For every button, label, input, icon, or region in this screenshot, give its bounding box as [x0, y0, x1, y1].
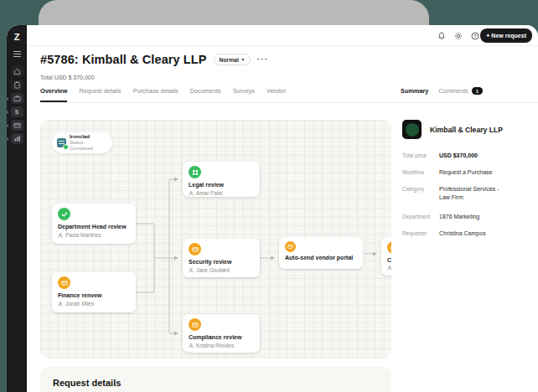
assignee-name: Jonah Miles — [65, 301, 94, 307]
summary-field-total-price: Total price USD $370,000 — [402, 152, 535, 160]
app-logo: Z — [14, 33, 20, 42]
sidebar-item-cards[interactable] — [11, 120, 23, 131]
tab-request-details[interactable]: Request details — [79, 87, 121, 101]
comments-count-badge: 1 — [472, 87, 483, 95]
assignee-name: Amar Patel — [196, 190, 223, 196]
workflow-node-legal-review[interactable]: Legal review Amar Patel — [183, 162, 260, 197]
workflow-node-clipped[interactable]: C — [381, 237, 391, 276]
pending-envelope-icon — [285, 241, 296, 252]
integration-status: Status: Completed — [70, 140, 107, 152]
tab-overview[interactable]: Overview — [40, 87, 67, 102]
collapse-arrow-icon — [7, 137, 8, 141]
svg-text:?: ? — [473, 34, 476, 39]
person-icon — [189, 191, 194, 196]
ironclad-logo-icon — [57, 138, 66, 147]
tab-surveys[interactable]: Surveys — [233, 87, 255, 101]
sidebar-item-requests[interactable] — [11, 80, 23, 90]
screen: Z $ — [0, 0, 538, 392]
chevron-down-icon — [241, 59, 245, 61]
notifications-bell-icon[interactable] — [437, 31, 446, 40]
total-amount-label: Total USD $ 370,000 — [40, 75, 95, 80]
sidebar-item-home[interactable] — [11, 66, 23, 77]
workflow-canvas[interactable]: Ironclad Status: Completed Legal review … — [40, 120, 391, 358]
person-icon — [189, 268, 194, 273]
settings-gear-icon[interactable] — [453, 31, 463, 40]
collapse-arrow-icon — [7, 97, 8, 101]
app-window: Z $ — [7, 25, 538, 392]
workflow-node-auto-send-vendor-portal[interactable]: Auto-send vendor portal — [279, 237, 363, 269]
collapse-arrow-icon — [7, 111, 8, 114]
dollar-icon: $ — [15, 109, 18, 116]
request-details-section: Request details — [40, 367, 391, 392]
summary-field-department: Department 1876 Marketing — [402, 213, 535, 221]
bar-chart-icon — [13, 135, 21, 142]
approved-status-icon — [189, 166, 201, 178]
topbar: ? + New request — [27, 25, 538, 46]
person-icon — [58, 233, 63, 238]
collapse-arrow-icon — [7, 124, 8, 127]
summary-field-workflow: Workflow Request a Purchase — [402, 168, 535, 177]
page-title: #5786: Kimball & Cleary LLP — [40, 53, 207, 66]
person-icon — [58, 302, 63, 307]
pending-envelope-icon — [189, 318, 201, 331]
completed-check-icon — [63, 144, 69, 150]
sidebar-item-procurement[interactable] — [11, 93, 23, 104]
tabs-bar: Overview Request details Purchase detail… — [40, 87, 538, 103]
tab-summary[interactable]: Summary — [401, 87, 428, 95]
workflow-node-department-head-review[interactable]: Department Head review Paola Martinez — [52, 204, 136, 244]
assignee-name: Jane Goullard — [196, 267, 230, 273]
summary-field-requester: Requester Christina Campos — [402, 230, 535, 238]
person-icon — [189, 343, 194, 348]
help-icon[interactable]: ? — [470, 31, 479, 40]
tab-comments[interactable]: Comments 1 — [438, 87, 483, 95]
more-actions-button[interactable]: ··· — [257, 56, 269, 64]
request-details-heading: Request details — [53, 378, 379, 388]
pending-envelope-icon — [58, 276, 70, 289]
priority-dropdown[interactable]: Normal — [214, 54, 251, 65]
tab-vendor[interactable]: Vendor — [266, 87, 286, 101]
assignee-name: Kristina Rhodes — [196, 343, 234, 348]
summary-field-category: Category Professional Services - Law Fir… — [402, 185, 535, 202]
sidebar-nav: Z $ — [7, 25, 27, 392]
pending-envelope-icon — [189, 243, 201, 255]
workflow-node-compliance-review[interactable]: Compliance review Kristina Rhodes — [183, 314, 260, 353]
summary-panel: Kimball & Cleary LLP Total price USD $37… — [402, 120, 535, 246]
approved-check-icon — [58, 208, 70, 220]
person-icon — [387, 266, 391, 271]
pending-envelope-icon — [387, 241, 391, 254]
briefcase-icon — [13, 95, 21, 102]
new-request-button[interactable]: + New request — [480, 28, 532, 43]
hamburger-menu-icon[interactable] — [13, 51, 21, 57]
tab-purchase-details[interactable]: Purchase details — [133, 87, 178, 101]
clipboard-icon — [13, 81, 21, 89]
vendor-logo — [402, 120, 422, 139]
credit-card-icon — [13, 121, 21, 129]
home-icon — [13, 68, 21, 75]
vendor-name: Kimball & Cleary LLP — [430, 126, 503, 134]
integration-node-ironclad[interactable]: Ironclad Status: Completed — [52, 132, 112, 153]
workflow-node-finance-review[interactable]: Finance renvew Jonah Miles — [52, 272, 136, 312]
sidebar-item-reports[interactable] — [11, 133, 23, 144]
assignee-name: Paola Martinez — [65, 232, 101, 238]
workflow-node-security-review[interactable]: Security review Jane Goullard — [183, 239, 260, 277]
tab-documents[interactable]: Documents — [190, 87, 221, 101]
sidebar-item-spend[interactable]: $ — [11, 106, 23, 117]
main-content: ? + New request #5786: Kimball & Cleary … — [27, 25, 538, 392]
